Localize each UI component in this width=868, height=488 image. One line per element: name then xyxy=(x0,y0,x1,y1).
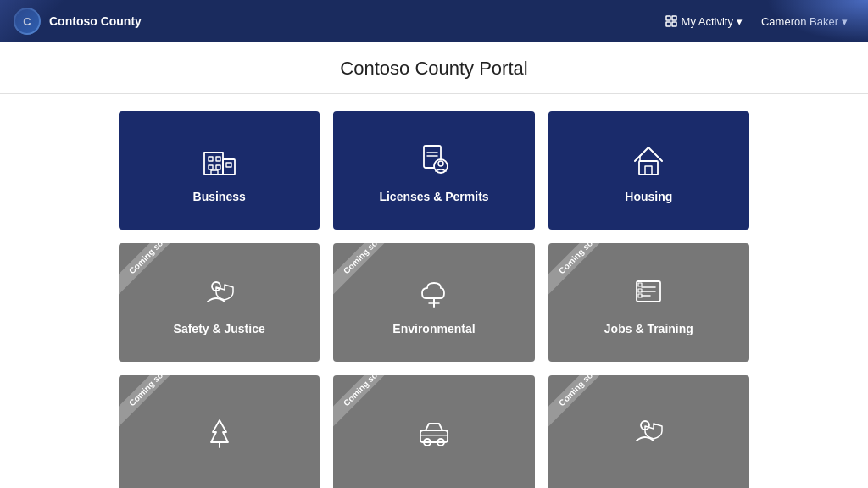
portal-title-bar: Contoso County Portal xyxy=(0,42,868,94)
coming-soon-ribbon-env: Coming soon xyxy=(333,243,392,296)
header: C Contoso County My Activity ▾ Cameron B… xyxy=(0,0,868,42)
car-icon xyxy=(412,408,456,452)
parks-icon xyxy=(198,408,242,452)
tile-environmental[interactable]: Coming soon Environmental xyxy=(333,243,534,362)
svg-rect-8 xyxy=(216,157,220,161)
coming-soon-ribbon-parks: Coming soon xyxy=(119,375,177,428)
my-activity-button[interactable]: My Activity ▾ xyxy=(658,11,749,31)
svg-rect-18 xyxy=(639,161,658,175)
tile-business[interactable]: Business xyxy=(119,111,320,230)
safety-icon xyxy=(198,269,242,313)
activity-icon xyxy=(665,14,678,28)
tile-licenses-permits[interactable]: Licenses & Permits xyxy=(333,111,534,230)
business-label: Business xyxy=(193,190,246,203)
portal-title: Contoso County Portal xyxy=(340,58,527,79)
safety-justice-label: Safety & Justice xyxy=(174,322,265,336)
jobs-icon xyxy=(626,269,670,313)
svg-rect-30 xyxy=(638,294,642,297)
svg-rect-9 xyxy=(209,165,213,169)
header-right: My Activity ▾ Cameron Baker ▾ xyxy=(658,11,854,31)
tile-people[interactable]: Coming soon xyxy=(548,375,749,488)
tile-jobs-training[interactable]: Coming soon Jobs & Training xyxy=(548,243,749,362)
housing-label: Housing xyxy=(625,190,672,203)
app-name: Contoso County xyxy=(49,14,142,28)
people2-icon xyxy=(626,408,670,452)
coming-soon-ribbon-jobs: Coming soon xyxy=(548,243,607,296)
svg-rect-0 xyxy=(666,16,670,20)
svg-rect-11 xyxy=(226,163,231,167)
tile-parks[interactable]: Coming soon xyxy=(119,375,320,488)
svg-rect-3 xyxy=(672,22,676,26)
svg-rect-10 xyxy=(216,165,220,169)
coming-soon-ribbon-people: Coming soon xyxy=(548,375,607,428)
activity-label: My Activity xyxy=(682,15,733,28)
svg-rect-1 xyxy=(672,16,676,20)
svg-rect-2 xyxy=(666,22,670,26)
user-menu-button[interactable]: Cameron Baker ▾ xyxy=(754,12,854,31)
coming-soon-ribbon-safety: Coming soon xyxy=(119,243,177,296)
environmental-label: Environmental xyxy=(392,322,475,336)
coming-soon-ribbon-transport: Coming soon xyxy=(333,375,392,428)
svg-rect-7 xyxy=(209,157,213,161)
tile-transportation[interactable]: Coming soon xyxy=(333,375,534,488)
svg-rect-19 xyxy=(645,166,652,175)
permit-icon xyxy=(412,137,456,181)
logo-icon: C xyxy=(14,8,41,35)
svg-rect-29 xyxy=(638,289,642,292)
header-left: C Contoso County xyxy=(14,8,142,35)
user-chevron: ▾ xyxy=(842,15,848,28)
tile-safety-justice[interactable]: Coming soon Safety & Justice xyxy=(119,243,320,362)
house-icon xyxy=(626,137,670,181)
jobs-training-label: Jobs & Training xyxy=(604,322,693,336)
svg-rect-28 xyxy=(638,283,642,286)
user-label: Cameron Baker xyxy=(761,15,838,28)
main-content: Business Licenses & Permits xyxy=(0,94,868,488)
svg-rect-4 xyxy=(204,152,223,175)
tile-grid: Business Licenses & Permits xyxy=(119,111,749,488)
tile-housing[interactable]: Housing xyxy=(548,111,749,230)
building-icon xyxy=(198,137,242,181)
activity-chevron: ▾ xyxy=(737,15,743,28)
licenses-permits-label: Licenses & Permits xyxy=(379,190,488,203)
tree-icon xyxy=(412,269,456,313)
